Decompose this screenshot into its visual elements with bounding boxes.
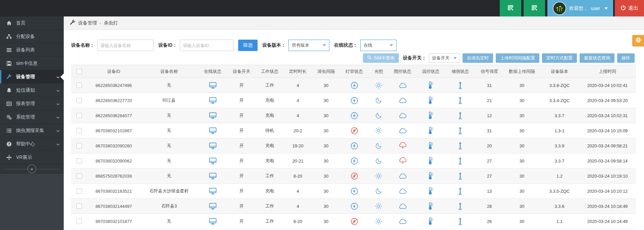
cell-tilt_status (445, 184, 475, 199)
sidebar-item-9[interactable]: ?帮助中心 (0, 137, 64, 151)
row-checkbox[interactable] (76, 173, 82, 179)
sidebar-item-5[interactable]: 短信通知 (0, 84, 64, 97)
row-checkbox[interactable] (76, 219, 82, 224)
sun-icon (375, 82, 382, 89)
cell-work_status: 工作 (256, 214, 284, 229)
column-header: 清虫间隔 (312, 65, 340, 78)
logout-label: 退出 (628, 5, 638, 11)
cell-tilt_status (445, 199, 475, 214)
chevron-down-icon (323, 44, 326, 46)
sitemap-icon (5, 34, 13, 39)
cell-version: 3.3.5-ZQC (540, 184, 579, 199)
cell-online_status (198, 108, 227, 123)
sun-icon (375, 127, 382, 134)
sidebar-item-3[interactable]: sim卡信息 (0, 57, 64, 70)
row-checkbox[interactable] (76, 113, 82, 118)
lamp-on-icon (351, 97, 358, 104)
thermometer-icon (428, 142, 434, 150)
cell-device_id: 867038032102867 (87, 123, 140, 138)
row-checkbox[interactable] (76, 83, 82, 88)
toolbar-button-1[interactable]: 上传时间间隔配置 (496, 53, 539, 63)
sidebar-item-label: 设备列表 (16, 47, 35, 53)
sidebar-item-8[interactable]: 病虫测报采集 (0, 124, 64, 137)
cell-online_status (198, 199, 227, 214)
settings-fab-button[interactable] (632, 35, 644, 46)
user-menu[interactable]: 欢迎您， user (547, 0, 613, 16)
cell-clean_interval: 30 (312, 123, 340, 138)
moon-icon (375, 157, 382, 164)
cell-lamp_status (340, 93, 368, 108)
sidebar-item-7[interactable]: 系统管理 (0, 110, 64, 124)
column-header: 设备名称 (140, 65, 198, 78)
column-header: 雨控状态 (389, 65, 416, 78)
row-select-cell (71, 169, 87, 184)
sidebar-item-1[interactable]: 分配设备 (0, 30, 64, 43)
toolbar-button-0[interactable]: 自清虫定时 (463, 53, 493, 63)
toolbar-button-4[interactable]: 操作 (617, 53, 635, 63)
monitor-icon (209, 188, 217, 195)
device-id-input[interactable] (180, 40, 233, 51)
toolbar-button-3[interactable]: 最新状态查询 (580, 53, 614, 63)
row-checkbox[interactable] (76, 188, 82, 194)
cell-signal: 31 (475, 123, 504, 138)
cell-upload_interval: 30 (504, 93, 540, 108)
cell-work_status: 充电 (256, 153, 284, 169)
sidebar-item-label: VR展示 (16, 154, 32, 160)
device-switch-select[interactable]: 设备开关 (429, 53, 460, 63)
cell-signal: 20 (475, 138, 504, 153)
upright-icon (458, 157, 463, 165)
sidebar-item-6[interactable]: 报表管理 (0, 97, 64, 110)
lamp-on-icon (351, 112, 358, 120)
cell-timer_duration: 4 (284, 78, 312, 93)
sidebar-item-10[interactable]: VR展示 (0, 151, 64, 164)
row-checkbox[interactable] (76, 128, 82, 133)
row-checkbox[interactable] (76, 203, 82, 209)
device-name-input[interactable] (97, 40, 154, 51)
online-status-select[interactable]: 在线 (360, 40, 396, 51)
toolbar-button-2[interactable]: 定时方式配置 (542, 53, 577, 63)
cell-timer_duration: 8-20 (284, 214, 312, 229)
cell-clean_interval: 30 (312, 169, 340, 184)
monitor-icon (209, 127, 217, 134)
cell-device_name: 无 (140, 123, 198, 138)
bell-icon (5, 88, 13, 93)
monitor-icon (209, 112, 217, 119)
table-row: 867038032090062无开充电20-213027303.3.72020-… (71, 153, 636, 169)
lamp-on-icon (351, 82, 358, 89)
question-icon: ? (5, 141, 13, 147)
chevron-down-icon (56, 114, 60, 120)
cell-device_id: 867038032144497 (87, 199, 140, 214)
select-all-checkbox[interactable] (76, 69, 82, 74)
grid-shortcut-button-1[interactable] (500, 0, 521, 16)
sidebar-item-2[interactable]: 设备列表 (0, 43, 64, 57)
sim-query-button[interactable]: SIM卡查询 (363, 53, 399, 63)
breadcrumb-section[interactable]: 设备管理 (78, 20, 97, 26)
device-id-label: 设备ID： (158, 42, 177, 48)
cell-tilt_status (445, 214, 475, 229)
cell-timer_duration: 19-20 (284, 138, 312, 153)
cell-temp_control (416, 93, 445, 108)
sidebar-item-label: 系统管理 (16, 114, 35, 120)
filter-button[interactable]: 筛选 (238, 40, 258, 51)
cell-device_name: 无 (140, 78, 198, 93)
logout-button[interactable]: 退出 (615, 0, 644, 16)
gear-icon (635, 37, 642, 45)
sidebar-item-4[interactable]: 设备管理 (0, 70, 64, 84)
grid-shortcut-button-2[interactable] (524, 0, 545, 16)
cell-work_status: 工作 (256, 199, 284, 214)
sidebar-collapse-button[interactable]: « (28, 165, 36, 173)
row-checkbox[interactable] (76, 158, 82, 164)
cell-timer_duration: 4 (284, 184, 312, 199)
row-checkbox[interactable] (76, 98, 82, 103)
cell-report_time: 2020-03-24 10:10:12 (579, 184, 636, 199)
power-icon (621, 5, 626, 11)
device-table: 设备ID设备名称在线状态设备开关工作状态定时时长清虫间隔灯管状态光照雨控状态温控… (71, 65, 636, 229)
online-status-label: 在线状态： (334, 42, 358, 48)
sidebar-item-0[interactable]: 首页 (0, 16, 64, 30)
cell-online_status (198, 169, 227, 184)
row-checkbox[interactable] (76, 143, 82, 148)
cell-version: 3.3.8-ZQC (540, 78, 579, 93)
thermometer-icon (428, 96, 434, 104)
version-select[interactable]: 所有版本 (288, 40, 329, 51)
cell-timer_duration: 4 (284, 108, 312, 123)
